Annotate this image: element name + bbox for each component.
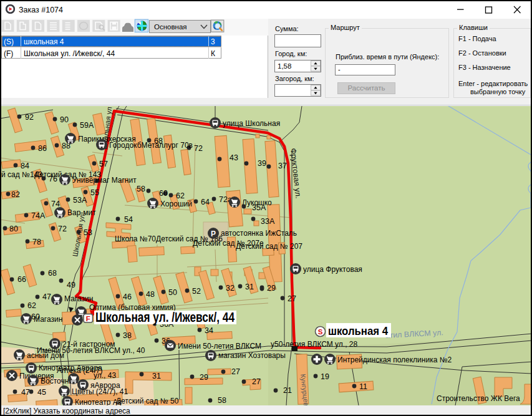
- svg-text:31: 31: [245, 283, 254, 291]
- svg-text:58: 58: [218, 396, 226, 405]
- svg-text:Интрейдинская полеклиника №2: Интрейдинская полеклиника №2: [337, 356, 452, 364]
- svg-text:Универмаг Магнит: Универмаг Магнит: [72, 176, 137, 185]
- svg-text:80: 80: [9, 225, 18, 233]
- svg-text:58: 58: [137, 185, 145, 193]
- svg-text:37: 37: [278, 162, 287, 170]
- svg-text:ул., 43: ул., 43: [94, 371, 116, 380]
- svg-text:92: 92: [25, 113, 34, 122]
- svg-text:72: 72: [194, 144, 203, 153]
- svg-text:29: 29: [267, 284, 276, 293]
- svg-text:39: 39: [258, 159, 266, 168]
- svg-text:74А: 74А: [31, 211, 46, 220]
- svg-text:Школьная ул. /Ижевск/, 44: Школьная ул. /Ижевск/, 44: [95, 309, 235, 325]
- svg-text:27: 27: [288, 294, 296, 303]
- svg-text:31: 31: [152, 372, 161, 380]
- svg-text:68: 68: [48, 269, 57, 278]
- svg-text:школьная 4: школьная 4: [328, 325, 388, 337]
- svg-text:45: 45: [37, 388, 46, 397]
- svg-text:64: 64: [201, 198, 210, 206]
- svg-text:автостоянка ИжСталь: автостоянка ИжСталь: [221, 229, 297, 238]
- svg-text:Магазин: Магазин: [64, 294, 93, 303]
- svg-text:86: 86: [38, 144, 47, 153]
- svg-text:Имени 50-летия ВЛКСМ: Имени 50-летия ВЛКСМ: [178, 342, 261, 351]
- svg-text:Строительство ЖК Вега: Строительство ЖК Вега: [437, 394, 520, 403]
- svg-text:Детский сад № 207: Детский сад № 207: [236, 242, 302, 251]
- svg-text:ГородокбМеталлург 70в: ГородокбМеталлург 70в: [109, 141, 193, 150]
- svg-text:46: 46: [123, 293, 132, 301]
- svg-text:47: 47: [42, 293, 51, 301]
- svg-text:82: 82: [11, 190, 20, 199]
- svg-text:магазин Хозтовары: магазин Хозтовары: [218, 351, 286, 360]
- svg-text:33А: 33А: [261, 217, 275, 226]
- svg-text:50: 50: [168, 288, 177, 297]
- svg-text:48: 48: [146, 290, 155, 299]
- svg-text:57: 57: [99, 160, 108, 168]
- svg-text:Магазин: Магазин: [34, 315, 62, 324]
- svg-text:Лукошко: Лукошко: [242, 198, 272, 207]
- svg-text:43: 43: [230, 153, 238, 162]
- svg-text:21: 21: [283, 386, 292, 395]
- svg-text:52: 52: [192, 287, 201, 296]
- svg-text:асный дом: асный дом: [27, 351, 64, 360]
- svg-text:90: 90: [60, 115, 69, 124]
- svg-text:27: 27: [252, 377, 261, 386]
- svg-text:49: 49: [67, 281, 75, 289]
- svg-text:19: 19: [321, 372, 329, 381]
- svg-text:38: 38: [123, 331, 132, 340]
- svg-text:53: 53: [84, 228, 92, 237]
- svg-text:34: 34: [205, 326, 213, 335]
- svg-text:54: 54: [124, 215, 133, 224]
- svg-text:62: 62: [27, 301, 36, 310]
- svg-text:74: 74: [51, 200, 60, 208]
- svg-text:11: 11: [359, 382, 367, 391]
- svg-text:66: 66: [17, 275, 26, 284]
- svg-text:Хороший: Хороший: [160, 200, 192, 208]
- svg-text:72: 72: [58, 225, 67, 233]
- svg-text:62: 62: [176, 191, 185, 200]
- svg-text:S: S: [318, 328, 323, 336]
- svg-text:47: 47: [21, 388, 30, 397]
- svg-text:55: 55: [90, 188, 99, 197]
- svg-text:Детский сад № 50: Детский сад № 50: [116, 397, 179, 405]
- svg-text:84: 84: [21, 162, 29, 170]
- svg-text:улица Фруктовая: улица Фруктовая: [303, 265, 362, 274]
- svg-text:60: 60: [159, 189, 168, 198]
- svg-text:59А: 59А: [80, 121, 94, 130]
- svg-text:32: 32: [226, 284, 235, 293]
- svg-text:Цветы (24/7), 41: Цветы (24/7), 41: [72, 387, 128, 396]
- svg-text:Кинотеатр Ав: Кинотеатр Ав: [75, 398, 122, 405]
- svg-text:21-й гастроном: 21-й гастроном: [62, 340, 115, 349]
- svg-text:27: 27: [231, 367, 240, 376]
- svg-text:Вар-мит: Вар-мит: [67, 208, 96, 217]
- svg-text:53А: 53А: [73, 196, 87, 205]
- svg-text:F: F: [86, 315, 90, 322]
- svg-text:у50-летия ВЛКСМ ул., 28: у50-летия ВЛКСМ ул., 28: [271, 340, 358, 349]
- svg-text:29: 29: [200, 373, 208, 382]
- svg-text:78: 78: [32, 238, 41, 246]
- svg-text:улица Школьная: улица Школьная: [223, 119, 280, 128]
